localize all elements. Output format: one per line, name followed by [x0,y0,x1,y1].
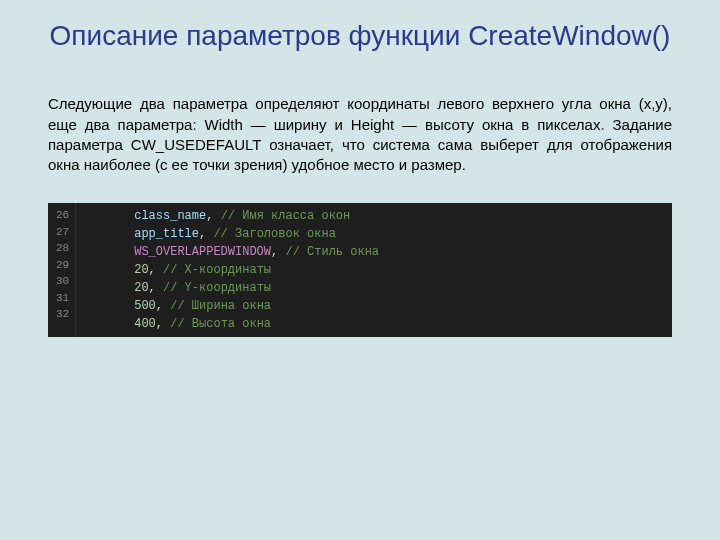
code-line: class_name, // Имя класса окон [86,207,672,225]
code-token: 20 [134,263,148,277]
code-token: 400 [134,317,156,331]
code-punct: , [156,317,170,331]
code-token: 20 [134,281,148,295]
code-body: class_name, // Имя класса оконapp_title,… [76,203,672,337]
code-comment: // Стиль окна [285,245,379,259]
code-comment: // Заголовок окна [213,227,335,241]
code-comment: // Y-координаты [163,281,271,295]
code-line: 500, // Ширина окна [86,297,672,315]
line-number: 32 [56,306,69,323]
code-punct: , [199,227,213,241]
code-token: app_title [134,227,199,241]
code-punct: , [156,299,170,313]
code-line: 20, // X-координаты [86,261,672,279]
code-gutter: 26272829303132 [48,203,76,337]
description-paragraph: Следующие два параметра определяют коорд… [0,54,720,175]
line-number: 30 [56,273,69,290]
code-comment: // X-координаты [163,263,271,277]
code-token: 500 [134,299,156,313]
code-token: class_name [134,209,206,223]
code-token: WS_OVERLAPPEDWINDOW [134,245,271,259]
line-number: 28 [56,240,69,257]
code-block: 26272829303132 class_name, // Имя класса… [48,203,672,337]
code-comment: // Высота окна [170,317,271,331]
line-number: 26 [56,207,69,224]
page-title: Описание параметров функции CreateWindow… [0,0,720,54]
code-line: 20, // Y-координаты [86,279,672,297]
code-punct: , [149,263,163,277]
code-punct: , [149,281,163,295]
code-punct: , [271,245,285,259]
code-punct: , [206,209,220,223]
line-number: 31 [56,290,69,307]
code-line: 400, // Высота окна [86,315,672,333]
code-comment: // Ширина окна [170,299,271,313]
line-number: 29 [56,257,69,274]
code-line: WS_OVERLAPPEDWINDOW, // Стиль окна [86,243,672,261]
code-comment: // Имя класса окон [221,209,351,223]
line-number: 27 [56,224,69,241]
code-line: app_title, // Заголовок окна [86,225,672,243]
